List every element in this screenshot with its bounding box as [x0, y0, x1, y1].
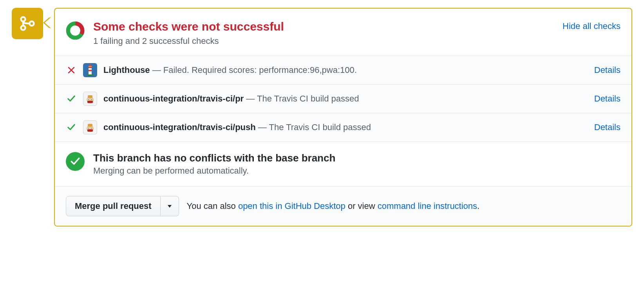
travis-avatar [83, 120, 97, 134]
svg-rect-6 [89, 67, 92, 68]
svg-rect-12 [88, 95, 92, 98]
check-row: continuous-integration/travis-ci/push — … [55, 113, 631, 141]
svg-point-2 [30, 22, 34, 26]
svg-point-4 [68, 24, 82, 38]
merge-options-dropdown[interactable] [161, 196, 179, 216]
svg-point-0 [21, 17, 25, 22]
check-description: Lighthouse — Failed. Required scores: pe… [103, 65, 588, 75]
x-icon [66, 66, 77, 74]
travis-avatar [83, 92, 97, 106]
git-merge-icon [19, 15, 36, 32]
check-icon [66, 123, 77, 132]
check-message: The Travis CI build passed [269, 122, 371, 132]
check-row: Lighthouse — Failed. Required scores: pe… [55, 56, 631, 84]
merge-pull-request-button[interactable]: Merge pull request [66, 196, 161, 216]
svg-rect-19 [88, 124, 92, 127]
check-name: continuous-integration/travis-ci/pr [103, 94, 244, 103]
svg-rect-9 [87, 74, 93, 76]
check-details-link[interactable]: Details [594, 94, 620, 104]
svg-point-23 [91, 128, 92, 129]
check-description: continuous-integration/travis-ci/push — … [103, 122, 588, 132]
check-row: continuous-integration/travis-ci/pr — Th… [55, 84, 631, 113]
merge-footer: Merge pull request You can also open thi… [55, 186, 631, 226]
caret-down-icon [167, 204, 172, 208]
svg-rect-11 [87, 101, 93, 103]
check-message: The Travis CI build passed [257, 94, 359, 103]
conflict-subtitle: Merging can be performed automatically. [93, 166, 335, 176]
svg-point-22 [88, 128, 89, 129]
open-desktop-link[interactable]: open this in GitHub Desktop [238, 201, 346, 211]
svg-marker-24 [168, 205, 172, 208]
success-check-icon [66, 152, 85, 171]
check-details-link[interactable]: Details [594, 65, 620, 75]
toggle-checks-link[interactable]: Hide all checks [563, 21, 620, 31]
status-donut-icon [66, 21, 85, 40]
check-details-link[interactable]: Details [594, 122, 620, 132]
merge-conflict-status: This branch has no conflicts with the ba… [55, 141, 631, 186]
check-name: Lighthouse [103, 65, 150, 75]
check-icon [66, 94, 77, 103]
merge-status-panel: Some checks were not successful 1 failin… [54, 8, 632, 227]
check-name: continuous-integration/travis-ci/push [103, 122, 256, 132]
conflict-title: This branch has no conflicts with the ba… [93, 152, 335, 164]
check-message: Failed. Required scores: performance:96,… [163, 65, 357, 75]
command-line-link[interactable]: command line instructions [378, 201, 477, 211]
svg-point-1 [21, 26, 25, 30]
merge-status-badge [12, 8, 43, 39]
merge-button-group: Merge pull request [66, 196, 179, 216]
svg-marker-8 [88, 64, 92, 66]
checks-summary-title: Some checks were not successful [93, 20, 554, 34]
svg-point-16 [91, 99, 92, 100]
svg-point-15 [88, 99, 89, 100]
checks-summary-header: Some checks were not successful 1 failin… [55, 9, 631, 56]
checks-summary-subtitle: 1 failing and 2 successful checks [93, 36, 554, 46]
svg-rect-18 [87, 129, 93, 132]
merge-footer-text: You can also open this in GitHub Desktop… [187, 201, 480, 211]
check-description: continuous-integration/travis-ci/pr — Th… [103, 94, 588, 104]
lighthouse-avatar [83, 63, 97, 77]
svg-rect-7 [89, 70, 92, 71]
